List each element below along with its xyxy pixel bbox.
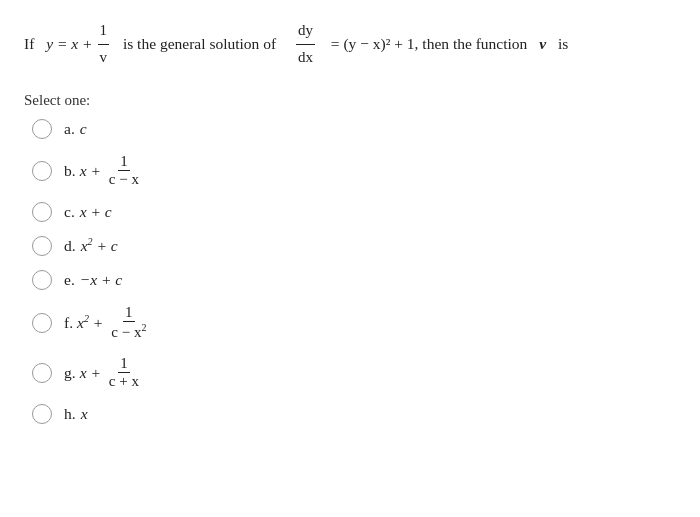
radio-g[interactable] bbox=[32, 363, 52, 383]
ode-lhs: dy dx bbox=[296, 18, 315, 70]
option-e[interactable]: e. −x + c bbox=[32, 270, 676, 290]
radio-h[interactable] bbox=[32, 404, 52, 424]
option-f[interactable]: f. x2 + 1 c − x2 bbox=[32, 304, 676, 341]
option-a-label: a. c bbox=[64, 120, 87, 138]
question-suffix: is bbox=[558, 31, 568, 57]
radio-b[interactable] bbox=[32, 161, 52, 181]
radio-f[interactable] bbox=[32, 313, 52, 333]
option-c-label: c. x + c bbox=[64, 203, 112, 221]
option-b-frac: 1 c − x bbox=[107, 153, 141, 188]
options-list: a. c b. x + 1 c − x c. x + c d. x2 + c bbox=[24, 119, 676, 424]
option-f-frac: 1 c − x2 bbox=[109, 304, 148, 341]
y-frac-den: v bbox=[98, 45, 110, 71]
option-d[interactable]: d. x2 + c bbox=[32, 236, 676, 256]
y-frac-num: 1 bbox=[98, 18, 110, 45]
option-h-label: h. x bbox=[64, 405, 88, 423]
ode-rhs: = (y − x)² + 1, then the function bbox=[331, 31, 528, 57]
option-c[interactable]: c. x + c bbox=[32, 202, 676, 222]
option-g-label: g. x + 1 c + x bbox=[64, 355, 143, 390]
option-b[interactable]: b. x + 1 c − x bbox=[32, 153, 676, 188]
ode-lhs-den: dx bbox=[296, 45, 315, 71]
question-prefix: If bbox=[24, 31, 34, 57]
option-d-label: d. x2 + c bbox=[64, 236, 118, 255]
radio-c[interactable] bbox=[32, 202, 52, 222]
question-text: If y = x + 1 v is the general solution o… bbox=[24, 18, 676, 70]
select-one-label: Select one: bbox=[24, 92, 676, 109]
ode-lhs-num: dy bbox=[296, 18, 315, 45]
option-h[interactable]: h. x bbox=[32, 404, 676, 424]
middle-text: is the general solution of bbox=[123, 31, 276, 57]
option-a[interactable]: a. c bbox=[32, 119, 676, 139]
question-block: If y = x + 1 v is the general solution o… bbox=[24, 18, 676, 70]
option-g[interactable]: g. x + 1 c + x bbox=[32, 355, 676, 390]
option-e-label: e. −x + c bbox=[64, 271, 122, 289]
radio-e[interactable] bbox=[32, 270, 52, 290]
y-definition: y = x + 1 v bbox=[46, 18, 111, 70]
radio-a[interactable] bbox=[32, 119, 52, 139]
option-b-label: b. x + 1 c − x bbox=[64, 153, 143, 188]
option-g-frac: 1 c + x bbox=[107, 355, 141, 390]
option-f-label: f. x2 + 1 c − x2 bbox=[64, 304, 150, 341]
radio-d[interactable] bbox=[32, 236, 52, 256]
v-variable: v bbox=[539, 31, 546, 57]
y-fraction: 1 v bbox=[98, 18, 110, 70]
